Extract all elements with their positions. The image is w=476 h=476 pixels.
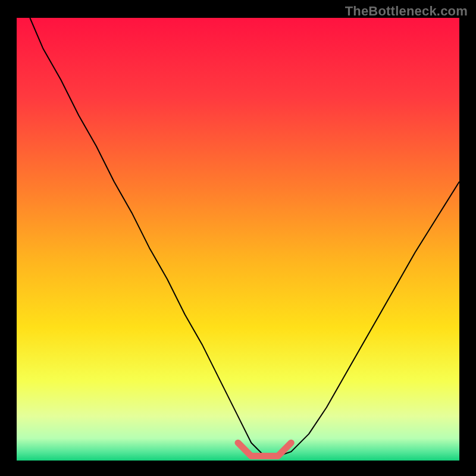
svg-rect-0 [17,18,459,461]
chart-stage: TheBottleneck.com [0,0,476,476]
bottleneck-chart [0,0,476,476]
watermark-text: TheBottleneck.com [345,4,468,19]
